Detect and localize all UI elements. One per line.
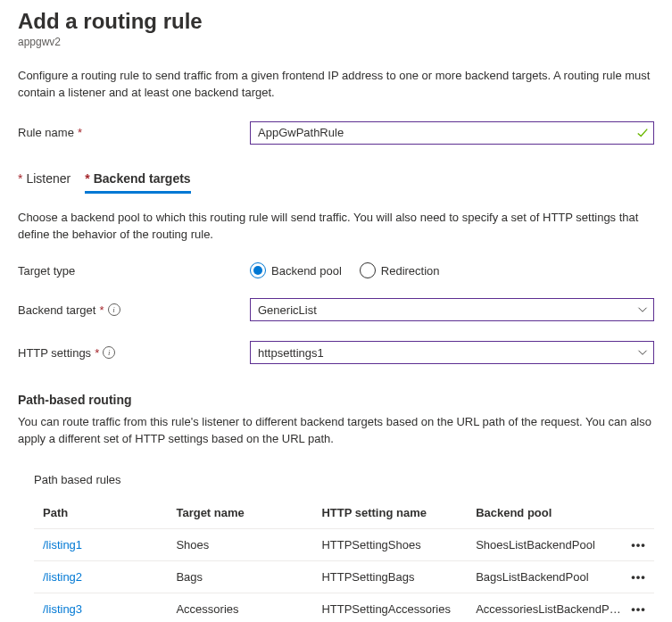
- backend-targets-description: Choose a backend pool to which this rout…: [18, 210, 654, 244]
- table-row: /listing1 Shoes HTTPSettingShoes ShoesLi…: [34, 529, 654, 561]
- col-header-path: Path: [34, 506, 176, 519]
- cell-http: HTTPSettingBags: [321, 570, 476, 584]
- cell-pool: AccessoriesListBackendP…: [476, 602, 623, 616]
- http-settings-label-text: HTTP settings: [18, 346, 91, 360]
- info-icon[interactable]: i: [108, 303, 120, 316]
- path-routing-description: You can route traffic from this rule's l…: [18, 414, 654, 448]
- cell-http: HTTPSettingShoes: [321, 538, 476, 552]
- page-title: Add a routing rule: [18, 9, 654, 34]
- target-type-backend-pool[interactable]: Backend pool: [250, 262, 342, 278]
- backend-target-value: GenericList: [258, 303, 317, 317]
- required-asterisk: *: [18, 171, 22, 186]
- cell-target: Accessories: [176, 602, 321, 616]
- rule-name-label: Rule name *: [18, 126, 250, 139]
- table-header-row: Path Target name HTTP setting name Backe…: [34, 497, 654, 529]
- rule-name-label-text: Rule name: [18, 126, 74, 139]
- col-header-pool: Backend pool: [476, 506, 623, 519]
- cell-http: HTTPSettingAccessories: [321, 602, 476, 616]
- cell-pool: ShoesListBackendPool: [476, 538, 623, 552]
- cell-target: Shoes: [176, 538, 321, 552]
- radio-icon: [250, 262, 266, 278]
- page-subtitle: appgwv2: [18, 36, 654, 48]
- chevron-down-icon: [637, 347, 648, 358]
- path-rules-subheading: Path based rules: [34, 473, 654, 486]
- required-asterisk: *: [85, 171, 89, 186]
- chevron-down-icon: [637, 304, 648, 315]
- radio-label-backend-pool: Backend pool: [271, 264, 342, 278]
- path-link[interactable]: /listing2: [43, 570, 82, 584]
- row-actions-button[interactable]: •••: [631, 570, 646, 584]
- table-row: /listing3 Accessories HTTPSettingAccesso…: [34, 593, 654, 622]
- path-link[interactable]: /listing1: [43, 538, 82, 552]
- tabs: *Listener *Backend targets: [18, 171, 654, 194]
- table-row: /listing2 Bags HTTPSettingBags BagsListB…: [34, 561, 654, 593]
- backend-target-label: Backend target * i: [18, 303, 250, 317]
- rule-name-input[interactable]: [250, 121, 654, 145]
- cell-target: Bags: [176, 570, 321, 584]
- row-actions-button[interactable]: •••: [631, 602, 646, 616]
- path-link[interactable]: /listing3: [43, 602, 82, 616]
- required-asterisk: *: [99, 303, 104, 317]
- cell-pool: BagsListBackendPool: [476, 570, 623, 584]
- tab-listener-label: Listener: [26, 171, 71, 186]
- http-settings-select[interactable]: httpsettings1: [250, 341, 654, 364]
- col-header-target: Target name: [176, 506, 321, 519]
- radio-icon: [360, 262, 376, 278]
- http-settings-label: HTTP settings * i: [18, 346, 250, 360]
- path-routing-heading: Path-based routing: [18, 393, 654, 407]
- target-type-label: Target type: [18, 264, 250, 278]
- target-type-radio-group: Backend pool Redirection: [250, 262, 440, 278]
- col-header-http: HTTP setting name: [321, 506, 476, 519]
- http-settings-value: httpsettings1: [258, 346, 324, 360]
- path-rules-table: Path Target name HTTP setting name Backe…: [34, 497, 654, 622]
- info-icon[interactable]: i: [103, 346, 115, 359]
- required-asterisk: *: [78, 126, 82, 139]
- tab-backend-targets-label: Backend targets: [94, 171, 191, 186]
- required-asterisk: *: [95, 346, 99, 360]
- check-icon: [636, 127, 649, 139]
- backend-target-select[interactable]: GenericList: [250, 298, 654, 321]
- page-description: Configure a routing rule to send traffic…: [18, 68, 654, 102]
- backend-target-label-text: Backend target: [18, 303, 95, 317]
- tab-listener[interactable]: *Listener: [18, 171, 71, 194]
- tab-backend-targets[interactable]: *Backend targets: [85, 171, 190, 194]
- radio-label-redirection: Redirection: [381, 264, 440, 278]
- target-type-redirection[interactable]: Redirection: [360, 262, 440, 278]
- row-actions-button[interactable]: •••: [631, 538, 646, 552]
